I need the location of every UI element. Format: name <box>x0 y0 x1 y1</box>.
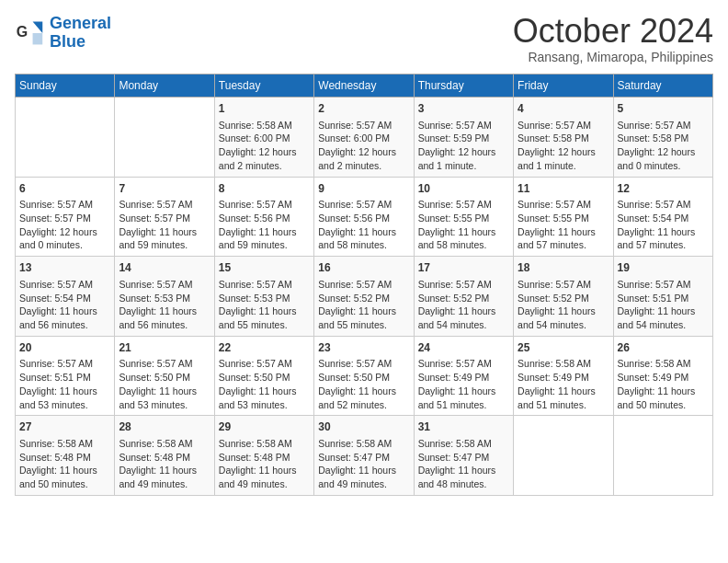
day-info: Daylight: 11 hours and 56 minutes. <box>19 304 110 331</box>
location: Ransang, Mimaropa, Philippines <box>513 50 713 64</box>
day-info: Daylight: 11 hours and 53 minutes. <box>119 385 210 411</box>
day-number: 29 <box>219 419 310 435</box>
day-info: Sunset: 6:00 PM <box>219 132 310 145</box>
day-info: Sunrise: 5:57 AM <box>418 278 509 292</box>
calendar-cell: 24Sunrise: 5:57 AMSunset: 5:49 PMDayligh… <box>414 336 513 416</box>
day-info: Daylight: 11 hours and 50 minutes. <box>19 464 110 490</box>
day-number: 5 <box>618 101 709 117</box>
day-info: Daylight: 11 hours and 48 minutes. <box>418 464 509 490</box>
day-info: Sunset: 5:57 PM <box>119 212 210 225</box>
day-info: Sunrise: 5:57 AM <box>119 278 210 292</box>
day-info: Sunrise: 5:58 AM <box>318 437 409 451</box>
day-info: Sunset: 5:50 PM <box>219 371 310 385</box>
day-info: Sunrise: 5:58 AM <box>418 437 509 451</box>
day-info: Sunset: 5:52 PM <box>518 292 609 305</box>
calendar-cell: 2Sunrise: 5:57 AMSunset: 6:00 PMDaylight… <box>314 98 414 178</box>
day-number: 12 <box>618 181 709 197</box>
day-info: Sunset: 5:52 PM <box>318 292 409 305</box>
calendar-cell: 17Sunrise: 5:57 AMSunset: 5:52 PMDayligh… <box>414 257 513 337</box>
day-number: 13 <box>19 260 110 276</box>
day-info: Daylight: 11 hours and 57 minutes. <box>618 225 709 252</box>
calendar-cell: 18Sunrise: 5:57 AMSunset: 5:52 PMDayligh… <box>514 257 613 337</box>
calendar-cell: 1Sunrise: 5:58 AMSunset: 6:00 PMDaylight… <box>214 98 313 178</box>
day-info: Sunrise: 5:57 AM <box>418 198 509 212</box>
day-number: 11 <box>518 181 609 197</box>
day-info: Sunset: 5:48 PM <box>19 451 110 465</box>
calendar-cell <box>16 98 115 178</box>
day-number: 23 <box>318 340 409 356</box>
calendar-cell: 14Sunrise: 5:57 AMSunset: 5:53 PMDayligh… <box>115 257 214 337</box>
day-info: Sunset: 5:58 PM <box>518 132 609 145</box>
logo-icon: G <box>15 18 44 48</box>
calendar-cell: 6Sunrise: 5:57 AMSunset: 5:57 PMDaylight… <box>16 177 115 257</box>
day-number: 8 <box>219 181 310 197</box>
day-info: Daylight: 11 hours and 49 minutes. <box>318 464 409 490</box>
day-info: Sunset: 5:49 PM <box>418 371 509 385</box>
day-info: Sunrise: 5:57 AM <box>19 357 110 371</box>
day-info: Sunrise: 5:57 AM <box>19 198 110 212</box>
title-block: October 2024 Ransang, Mimaropa, Philippi… <box>513 15 713 64</box>
day-info: Daylight: 11 hours and 54 minutes. <box>418 304 509 331</box>
calendar-cell: 16Sunrise: 5:57 AMSunset: 5:52 PMDayligh… <box>314 257 414 337</box>
calendar-week-2: 6Sunrise: 5:57 AMSunset: 5:57 PMDaylight… <box>16 177 713 257</box>
day-info: Daylight: 12 hours and 2 minutes. <box>219 145 310 172</box>
day-number: 21 <box>119 340 210 356</box>
day-info: Sunset: 5:47 PM <box>418 451 509 465</box>
day-info: Daylight: 12 hours and 1 minute. <box>418 145 509 172</box>
day-info: Daylight: 12 hours and 0 minutes. <box>19 225 110 252</box>
day-info: Sunset: 5:54 PM <box>618 212 709 225</box>
calendar-cell: 31Sunrise: 5:58 AMSunset: 5:47 PMDayligh… <box>414 416 513 496</box>
calendar-table: SundayMondayTuesdayWednesdayThursdayFrid… <box>15 74 713 496</box>
calendar-week-3: 13Sunrise: 5:57 AMSunset: 5:54 PMDayligh… <box>16 257 713 337</box>
day-info: Daylight: 12 hours and 2 minutes. <box>318 145 409 172</box>
day-info: Sunset: 5:59 PM <box>418 132 509 145</box>
day-info: Sunset: 5:53 PM <box>219 292 310 305</box>
day-info: Daylight: 11 hours and 51 minutes. <box>418 385 509 411</box>
day-number: 17 <box>418 260 509 276</box>
day-info: Sunrise: 5:57 AM <box>618 278 709 292</box>
logo: G General Blue <box>15 15 111 52</box>
day-info: Sunset: 5:56 PM <box>219 212 310 225</box>
logo-general: General <box>50 14 111 32</box>
day-info: Sunrise: 5:57 AM <box>318 278 409 292</box>
column-header-friday: Friday <box>514 75 613 98</box>
calendar-cell: 20Sunrise: 5:57 AMSunset: 5:51 PMDayligh… <box>16 336 115 416</box>
day-info: Sunset: 5:53 PM <box>119 292 210 305</box>
day-number: 24 <box>418 340 509 356</box>
calendar-cell: 26Sunrise: 5:58 AMSunset: 5:49 PMDayligh… <box>613 336 712 416</box>
day-info: Daylight: 11 hours and 59 minutes. <box>219 225 310 252</box>
svg-text:G: G <box>17 23 28 39</box>
day-number: 19 <box>618 260 709 276</box>
day-info: Sunrise: 5:57 AM <box>618 119 709 132</box>
day-number: 1 <box>219 101 310 117</box>
calendar-cell: 30Sunrise: 5:58 AMSunset: 5:47 PMDayligh… <box>314 416 414 496</box>
day-info: Sunset: 5:57 PM <box>19 212 110 225</box>
day-info: Sunrise: 5:57 AM <box>518 198 609 212</box>
day-info: Sunset: 5:48 PM <box>119 451 210 465</box>
day-info: Sunset: 5:49 PM <box>618 371 709 385</box>
day-info: Daylight: 11 hours and 51 minutes. <box>518 385 609 411</box>
month-title: October 2024 <box>513 15 713 48</box>
day-info: Sunrise: 5:57 AM <box>418 357 509 371</box>
day-number: 4 <box>518 101 609 117</box>
day-info: Daylight: 11 hours and 49 minutes. <box>119 464 210 490</box>
day-info: Sunrise: 5:57 AM <box>518 278 609 292</box>
day-number: 2 <box>318 101 409 117</box>
day-number: 31 <box>418 419 509 435</box>
column-header-saturday: Saturday <box>613 75 712 98</box>
day-number: 30 <box>318 419 409 435</box>
day-info: Daylight: 11 hours and 52 minutes. <box>318 385 409 411</box>
calendar-cell: 23Sunrise: 5:57 AMSunset: 5:50 PMDayligh… <box>314 336 414 416</box>
day-info: Sunrise: 5:57 AM <box>219 278 310 292</box>
calendar-cell: 19Sunrise: 5:57 AMSunset: 5:51 PMDayligh… <box>613 257 712 337</box>
day-info: Sunrise: 5:58 AM <box>19 437 110 451</box>
day-info: Daylight: 11 hours and 53 minutes. <box>219 385 310 411</box>
day-info: Sunrise: 5:57 AM <box>518 119 609 132</box>
calendar-cell: 29Sunrise: 5:58 AMSunset: 5:48 PMDayligh… <box>214 416 313 496</box>
day-number: 26 <box>618 340 709 356</box>
day-number: 6 <box>19 181 110 197</box>
day-info: Sunrise: 5:57 AM <box>318 119 409 132</box>
column-header-thursday: Thursday <box>414 75 513 98</box>
day-info: Sunset: 5:54 PM <box>19 292 110 305</box>
day-info: Sunset: 5:51 PM <box>19 371 110 385</box>
